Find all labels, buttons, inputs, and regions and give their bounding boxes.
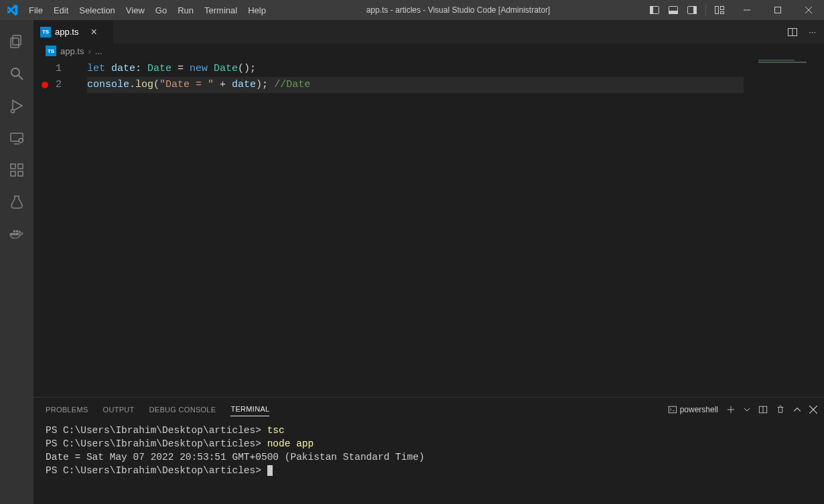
- menu-run[interactable]: Run: [172, 1, 199, 19]
- window-controls: [732, 0, 824, 20]
- menu-help[interactable]: Help: [243, 1, 271, 19]
- svg-rect-22: [11, 164, 15, 169]
- layout-controls: [645, 0, 729, 20]
- toggle-primary-sidebar-icon[interactable]: [645, 0, 664, 20]
- more-actions-icon[interactable]: ···: [806, 24, 819, 39]
- close-icon[interactable]: [793, 0, 824, 20]
- svg-line-16: [19, 76, 23, 80]
- svg-point-18: [11, 110, 15, 113]
- maximize-icon[interactable]: [762, 0, 793, 20]
- menu-file[interactable]: File: [23, 1, 48, 19]
- svg-point-21: [19, 139, 23, 143]
- panel-tab-terminal[interactable]: TERMINAL: [230, 402, 269, 416]
- activity-bar: [0, 20, 33, 504]
- svg-rect-30: [13, 230, 15, 232]
- panel-tab-output[interactable]: OUTPUT: [103, 403, 135, 416]
- svg-rect-31: [16, 230, 18, 232]
- editor-tabs: TS app.ts × ···: [33, 20, 824, 44]
- editor-area: TS app.ts × ··· TS app.ts › ... 12 let d…: [33, 20, 824, 504]
- remote-explorer-icon[interactable]: [1, 122, 33, 154]
- search-icon[interactable]: [1, 58, 33, 90]
- terminal-content[interactable]: PS C:\Users\Ibrahim\Desktop\articles> ts…: [33, 421, 824, 504]
- menu-view[interactable]: View: [121, 1, 150, 19]
- testing-icon[interactable]: [1, 186, 33, 218]
- split-editor-icon[interactable]: [784, 24, 801, 40]
- tab-close-icon[interactable]: ×: [90, 26, 96, 38]
- svg-rect-5: [694, 7, 697, 14]
- code-content[interactable]: let date: Date = new Date();console.log(…: [74, 58, 824, 397]
- explorer-icon[interactable]: [1, 25, 33, 58]
- code-editor[interactable]: 12 let date: Date = new Date();console.l…: [33, 58, 824, 397]
- menu-bar: File Edit Selection View Go Run Terminal…: [23, 1, 271, 19]
- minimize-icon[interactable]: [732, 0, 762, 20]
- svg-point-15: [11, 68, 19, 76]
- title-bar: File Edit Selection View Go Run Terminal…: [0, 0, 824, 20]
- bottom-panel: PROBLEMS OUTPUT DEBUG CONSOLE TERMINAL p…: [33, 397, 824, 504]
- svg-rect-13: [13, 35, 21, 45]
- docker-icon[interactable]: [1, 218, 33, 250]
- typescript-file-icon: TS: [46, 46, 56, 56]
- panel-tab-problems[interactable]: PROBLEMS: [46, 403, 88, 416]
- svg-rect-6: [715, 7, 719, 14]
- vscode-logo-icon: [0, 4, 23, 16]
- breadcrumb-trailing: ...: [95, 46, 102, 56]
- breakpoint-icon[interactable]: [42, 82, 48, 88]
- toggle-panel-icon[interactable]: [664, 0, 683, 20]
- minimap[interactable]: [758, 60, 819, 80]
- menu-go[interactable]: Go: [150, 1, 172, 19]
- run-debug-icon[interactable]: [1, 90, 33, 122]
- menu-terminal[interactable]: Terminal: [199, 1, 243, 19]
- svg-rect-23: [11, 171, 15, 176]
- customize-layout-icon[interactable]: [710, 0, 729, 20]
- panel-tabs: PROBLEMS OUTPUT DEBUG CONSOLE TERMINAL p…: [33, 398, 824, 421]
- svg-rect-25: [18, 164, 23, 169]
- svg-rect-14: [11, 38, 19, 48]
- kill-terminal-icon[interactable]: [776, 405, 785, 414]
- typescript-file-icon: TS: [40, 27, 51, 37]
- panel-tab-debug-console[interactable]: DEBUG CONSOLE: [149, 403, 216, 416]
- breadcrumb[interactable]: TS app.ts › ...: [33, 44, 824, 58]
- svg-rect-3: [669, 11, 678, 14]
- svg-rect-24: [18, 171, 23, 176]
- extensions-icon[interactable]: [1, 154, 33, 186]
- menu-selection[interactable]: Selection: [74, 1, 120, 19]
- new-terminal-icon[interactable]: [726, 405, 736, 414]
- svg-rect-1: [650, 7, 653, 14]
- svg-rect-34: [669, 406, 676, 413]
- terminal-dropdown-icon[interactable]: [744, 406, 750, 413]
- maximize-panel-icon[interactable]: [793, 406, 801, 414]
- tab-app-ts[interactable]: TS app.ts ×: [33, 20, 114, 44]
- gutter[interactable]: 12: [33, 58, 74, 397]
- svg-rect-7: [721, 7, 724, 10]
- breadcrumb-file: app.ts: [60, 46, 84, 56]
- close-panel-icon[interactable]: [809, 406, 817, 414]
- toggle-secondary-sidebar-icon[interactable]: [683, 0, 701, 20]
- window-title: app.ts - articles - Visual Studio Code […: [271, 5, 645, 15]
- svg-rect-10: [775, 7, 781, 13]
- split-terminal-icon[interactable]: [758, 405, 768, 414]
- menu-edit[interactable]: Edit: [48, 1, 74, 19]
- breadcrumb-separator: ›: [88, 46, 90, 56]
- tab-label: app.ts: [55, 27, 78, 37]
- terminal-shell-selector[interactable]: powershell: [668, 405, 718, 414]
- svg-rect-8: [721, 12, 724, 14]
